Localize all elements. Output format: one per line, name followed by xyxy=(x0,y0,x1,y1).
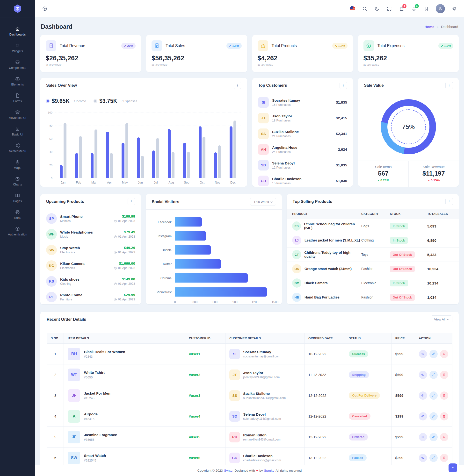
edit-button[interactable] xyxy=(429,350,438,358)
stat-title: Total Revenue xyxy=(60,44,121,48)
search-button[interactable] xyxy=(362,6,367,12)
sale-items-cell: Sale Items 567 0.23% xyxy=(358,161,408,187)
product-row: KS Kids shoes Clothing $149.00 01 Apr, 2… xyxy=(40,273,141,289)
stock-badge: Out Of Stock xyxy=(390,252,415,258)
sidebar-item-charts[interactable]: Charts xyxy=(1,174,34,189)
x-axis: 030060090012001500 xyxy=(175,300,275,308)
customer-row: SS Suzika Stallone 21 Purchases $2,341 xyxy=(252,126,353,141)
sidebar-item-icons[interactable]: Icons xyxy=(1,207,34,222)
eye-icon xyxy=(421,414,425,418)
week-filter-dropdown[interactable]: This Week xyxy=(250,198,276,206)
view-button[interactable] xyxy=(419,433,427,441)
sidebar-item-advanced-ui[interactable]: Advanced Ui xyxy=(1,107,34,122)
x-axis-label: Jun xyxy=(138,181,143,184)
view-button[interactable] xyxy=(419,412,427,420)
kebab-menu-button[interactable]: ⋮ xyxy=(128,198,135,205)
dark-mode-toggle[interactable] xyxy=(374,6,380,12)
edit-button[interactable] xyxy=(429,454,438,462)
edit-button[interactable] xyxy=(429,371,438,379)
cart-button[interactable]: 4 xyxy=(399,6,405,12)
view-button[interactable] xyxy=(419,350,427,358)
trend-badge: 1.8% xyxy=(226,43,242,49)
kebab-menu-button[interactable]: ⋮ xyxy=(445,82,453,89)
view-button[interactable] xyxy=(419,454,427,462)
view-all-dropdown[interactable]: View All xyxy=(431,315,452,323)
breadcrumb-home-link[interactable]: Home xyxy=(425,25,434,29)
settings-button[interactable] xyxy=(451,6,457,12)
sidebar-item-basic-ui[interactable]: Basic Ui xyxy=(1,124,34,139)
fullscreen-button[interactable] xyxy=(387,6,392,12)
app-logo[interactable] xyxy=(0,0,35,17)
edit-button[interactable] xyxy=(429,433,438,441)
trash-icon xyxy=(442,394,446,397)
chart-legend: $9.65K / Income $3.75K / Expenses xyxy=(47,98,241,104)
kebab-menu-button[interactable]: ⋮ xyxy=(339,82,347,89)
view-button[interactable] xyxy=(419,371,427,379)
bar-expenses-jun xyxy=(141,156,144,178)
sidebar-toggle-button[interactable] xyxy=(42,6,48,12)
user-avatar[interactable] xyxy=(436,4,445,13)
total-sales-value: 10,234 xyxy=(427,281,453,285)
product-category: Mobiles xyxy=(60,219,114,223)
customer-name: Selena Deoyl xyxy=(243,412,281,416)
forms-icon xyxy=(15,93,20,98)
customer-avatar: SI xyxy=(229,349,240,359)
card-title: Top Customers xyxy=(258,83,287,88)
edit-button[interactable] xyxy=(429,392,438,400)
sidebar-item-maps[interactable]: Maps xyxy=(1,157,34,172)
footer-brand2-link[interactable]: Spruko xyxy=(264,469,274,472)
order-date: 12-12-2022 xyxy=(304,385,345,406)
breadcrumb-separator: » xyxy=(437,25,439,29)
expenses-dollar-icon: $ xyxy=(363,40,374,51)
hbar-track xyxy=(175,245,275,254)
stat-value: $35,262 xyxy=(363,55,453,62)
stock-badge: In Stock xyxy=(390,237,408,244)
delete-button[interactable] xyxy=(440,350,448,358)
edit-button[interactable] xyxy=(429,412,438,420)
bookmark-button[interactable] xyxy=(423,6,429,12)
income-label: / Income xyxy=(74,99,86,103)
delete-button[interactable] xyxy=(440,412,448,420)
bar-income-dec xyxy=(230,126,232,178)
language-flag-icon[interactable] xyxy=(350,6,355,11)
scroll-to-top-button[interactable] xyxy=(449,463,457,472)
order-row: 5 JF Jasmine Fragrance #35656 xyxy=(47,427,452,448)
notifications-button[interactable]: 4 xyxy=(411,6,417,12)
sidebar-item-label: Pages xyxy=(13,199,22,203)
sidebar-item-authentication[interactable]: Authentication xyxy=(1,224,34,239)
sidebar-item-pages[interactable]: Pages xyxy=(1,190,34,205)
customer-name: Angelina Hose xyxy=(272,145,338,149)
delete-button[interactable] xyxy=(440,371,448,379)
delete-button[interactable] xyxy=(440,454,448,462)
expenses-value: $3.75K xyxy=(99,98,117,104)
view-button[interactable] xyxy=(419,392,427,400)
order-date: 12-12-2022 xyxy=(304,406,345,427)
sidebar-item-dashboards[interactable]: Dashboards xyxy=(1,24,34,39)
card-title: Recent Order Details xyxy=(47,317,86,322)
sidebar-item-components[interactable]: Components xyxy=(1,57,34,72)
sidebar-item-forms[interactable]: Forms xyxy=(1,90,34,105)
trash-icon xyxy=(442,456,446,460)
footer-brand-link[interactable]: Synto. xyxy=(224,469,233,472)
kebab-menu-button[interactable]: ⋮ xyxy=(445,198,453,205)
product-price: $1,699.00 xyxy=(114,261,135,265)
customer-purchases: 18 Purchases xyxy=(272,119,336,122)
customer-info: Charlie Davieson 15 Purchases xyxy=(272,177,336,185)
sidebar-item-nestedmenu[interactable]: NestedMenu xyxy=(1,140,34,156)
customer-avatar: SD xyxy=(258,160,269,170)
delete-button[interactable] xyxy=(440,433,448,441)
delete-button[interactable] xyxy=(440,392,448,400)
bar-income-jun xyxy=(137,137,140,178)
product-category: Furniture xyxy=(60,298,114,301)
hbar-row-facebook: Facebook xyxy=(153,216,275,228)
y-axis-labels: 100806040200 xyxy=(47,112,55,178)
top-customers-list: SI Socrates Itumay 15 Purchases $1,835 J… xyxy=(252,93,353,190)
kebab-menu-button[interactable]: ⋮ xyxy=(234,82,241,89)
sidebar-item-label: Authentication xyxy=(8,233,27,236)
order-row: 4 A Airpods #45415 xyxy=(47,406,452,427)
item-name: Black Heals For Women xyxy=(84,350,125,354)
search-icon xyxy=(362,6,367,11)
sidebar-item-widgets[interactable]: Widgets xyxy=(1,40,34,56)
sidebar-item-elements[interactable]: Elements xyxy=(1,74,34,89)
customer-amount: 2,624 xyxy=(338,147,347,151)
